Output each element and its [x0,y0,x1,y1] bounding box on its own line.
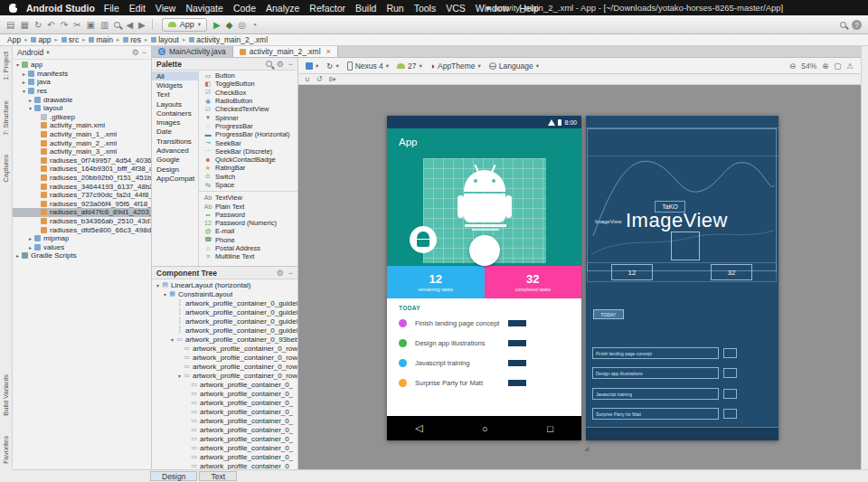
tool-window-captures[interactable]: Captures [2,155,10,182]
breadcrumb-item[interactable]: App [7,35,21,44]
project-tree-item[interactable]: radiuses_20bb92b0_f151_451b_9 [13,174,151,183]
project-tree-item[interactable]: radiuses_b34366ab_2510_43d7_ [13,217,151,226]
hide-panel-icon[interactable]: − [288,269,293,278]
chevron-down-icon[interactable]: ▾ [169,336,175,343]
menubar-app-name[interactable]: Android Studio [26,3,95,14]
palette-category-advanced[interactable]: Advanced [152,146,198,155]
project-tree-item[interactable]: radiuses_afd47fc6_89d1_4203_9 [13,208,151,217]
project-tree-item[interactable]: ▾res [13,87,151,96]
project-tree-item[interactable]: .gitkeep [13,113,151,122]
warning-icon[interactable]: ⚠ [846,61,854,71]
palette-item[interactable]: ◉RadioButton [199,97,297,105]
chevron-right-icon[interactable]: ▸ [27,244,33,250]
tab-text[interactable]: Text [199,471,237,481]
chevron-down-icon[interactable]: ▾ [14,61,21,68]
palette-item[interactable]: ▾Spinner [199,113,297,121]
sync-icon[interactable]: ↻ [34,20,42,30]
component-tree-item[interactable]: ▾▭artwork_profile_container_0_row [152,371,297,380]
component-tree-item[interactable]: ▾▤LinearLayout (horizontal) [152,280,297,289]
component-tree-item[interactable]: ▭artwork_profile_container_0_ [152,461,297,469]
debug-icon[interactable]: ◆ [226,20,233,30]
project-tree-item[interactable]: activity_main_1_.xml [13,130,151,139]
chevron-down-icon[interactable]: ▾ [21,88,27,94]
palette-item[interactable]: ⋯SeekBar (Discrete) [199,147,297,156]
menu-run[interactable]: Run [386,3,403,14]
project-tree-item[interactable]: ▸mipmap [13,234,151,243]
clear-constraints-icon[interactable]: ↺ [316,75,323,83]
help-icon[interactable]: ? [852,20,862,30]
palette-category-transitions[interactable]: Transitions [152,137,198,146]
project-tree-item[interactable]: ▾app [13,61,151,70]
cut-icon[interactable]: ✂ [73,20,80,30]
palette-item[interactable]: AbPlain Text [199,202,297,210]
chevron-right-icon[interactable]: ▸ [27,235,33,241]
canvas-resize-handle[interactable]: ◢ [584,445,589,452]
zoom-in-icon[interactable]: ⊕ [822,61,828,71]
component-tree-item[interactable]: ┆artwork_profile_container_0_guideli [152,317,297,326]
forward-icon[interactable]: ▶ [138,20,146,30]
design-preview[interactable]: 8:00 App [387,116,581,440]
blueprint-preview[interactable]: TaKO ImageView ImageView 12 32 TODAY Fin… [586,116,778,440]
chevron-right-icon[interactable]: ▸ [14,252,21,259]
tab-design[interactable]: Design [150,471,197,481]
chevron-down-icon[interactable]: ▾ [162,291,168,298]
undo-icon[interactable]: ↶ [47,20,54,30]
palette-category-images[interactable]: Images [152,118,198,127]
component-tree-item[interactable]: ▭artwork_profile_container_0_row [152,344,297,353]
gear-icon[interactable]: ⚙ [132,48,139,57]
project-view-selector[interactable]: Android [17,48,43,57]
menu-refactor[interactable]: Refactor [309,3,345,14]
theme-select[interactable]: ◑ AppTheme ▾ [430,61,481,71]
project-tree-item[interactable]: ▸java [13,78,151,87]
component-tree-item[interactable]: ┆artwork_profile_container_0_guideli [152,298,297,307]
component-tree-item[interactable]: ▭artwork_profile_container_0_ [152,380,297,389]
zoom-fit-icon[interactable]: ▢ [834,61,841,71]
component-tree-item[interactable]: ▭artwork_profile_container_0_ [152,434,297,443]
hide-panel-icon[interactable]: − [142,48,146,57]
editor-tab[interactable]: activity_main_2_.xml× [233,46,338,57]
autoconnect-icon[interactable]: ∪ [305,75,310,83]
copy-icon[interactable]: ▣ [86,20,94,30]
project-tree-item[interactable]: activity_main_3_.xml [13,147,151,156]
find-icon[interactable] [114,22,120,28]
menu-analyze[interactable]: Analyze [266,3,299,14]
editor-tab[interactable]: CMainActivity.java [152,46,233,57]
project-tree-item[interactable]: radiuses_737c90dc_fa2d_44f8_9 [13,191,151,200]
palette-category-all[interactable]: All [152,71,198,80]
component-tree-item[interactable]: ▭artwork_profile_container_0_row [152,353,297,362]
project-tree-item[interactable]: ▾layout [13,104,151,113]
menu-build[interactable]: Build [355,3,376,14]
component-tree-item[interactable]: ▾▦ConstraintLayout [152,289,297,298]
component-tree-item[interactable]: ▭artwork_profile_container_0_ [152,452,297,461]
profile-icon[interactable]: ◔ [251,20,257,30]
component-tree-item[interactable]: ▭artwork_profile_container_0_ [152,407,297,416]
palette-item[interactable]: 12Password (Numeric) [199,219,297,227]
search-icon[interactable] [266,61,272,67]
palette-item[interactable]: ⌂Postal Address [199,244,297,252]
coverage-icon[interactable]: ◎ [238,20,246,30]
menu-tools[interactable]: Tools [414,3,437,14]
palette-item[interactable]: ◌ProgressBar [199,122,297,130]
locale-select[interactable]: Language ▾ [489,61,539,71]
tool-window-build-variants[interactable]: Build Variants [2,374,10,416]
breadcrumb-item[interactable]: layout [151,35,179,44]
palette-item[interactable]: ≡Multiline Text [199,252,297,260]
palette-item[interactable]: ☻QuickContactBadge [199,156,297,164]
component-tree-item[interactable]: ▾▭artwork_profile_container_0_93beb [152,335,297,344]
project-tree-item[interactable]: radiuses_0f749957_4d54_4036_4 [13,156,151,165]
tool-window-1-project[interactable]: 1: Project [2,52,10,80]
breadcrumb-item[interactable]: src [61,35,79,44]
chevron-right-icon[interactable]: ▸ [27,97,33,103]
run-icon[interactable]: ▶ [213,20,221,30]
project-tree-item[interactable]: activity_main_2_.xml [13,138,151,147]
chevron-down-icon[interactable]: ▾ [176,373,183,379]
orientation-select[interactable]: ↻ ▾ [326,61,338,71]
zoom-out-icon[interactable]: ⊖ [789,61,796,71]
project-tree-item[interactable]: radiuses_34644193_6137_48b2_ [13,182,151,191]
gear-icon[interactable]: ⚙ [277,269,284,278]
palette-item[interactable]: ⊸SeekBar [199,138,297,146]
palette-item[interactable]: ☑CheckBox [199,89,297,97]
palette-category-appcompat[interactable]: AppCompat [152,174,198,183]
breadcrumb-item[interactable]: main [89,35,112,44]
chevron-right-icon[interactable]: ▸ [21,79,27,85]
